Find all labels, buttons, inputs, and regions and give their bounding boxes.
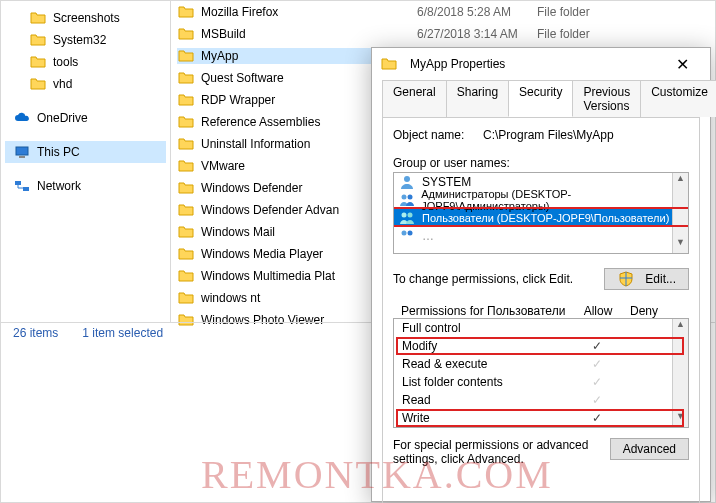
svg-point-7 [402,213,407,218]
file-name: RDP Wrapper [201,93,275,107]
permission-name: List folder contents [402,375,574,389]
folder-icon [177,180,195,196]
file-row[interactable]: MSBuild6/27/2018 3:14 AMFile folder [171,23,715,45]
permissions-listbox[interactable]: ▲▼ Full controlModify✓Read & execute✓Lis… [393,318,689,428]
sidebar-item-label: Screenshots [53,11,120,25]
dialog-titlebar[interactable]: MyApp Properties ✕ [372,48,710,80]
permission-row: Modify✓ [394,337,688,355]
file-name: Mozilla Firefox [201,5,278,19]
edit-button[interactable]: Edit... [604,268,689,290]
change-permissions-hint: To change permissions, click Edit. [393,272,604,286]
properties-dialog: MyApp Properties ✕ General Sharing Secur… [371,47,711,502]
folder-icon [177,246,195,262]
folder-icon [177,268,195,284]
file-date: 6/8/2018 5:28 AM [417,5,537,19]
file-type: File folder [537,27,637,41]
sidebar-item-label: This PC [37,145,80,159]
folder-icon [177,92,195,108]
sidebar-item-tools[interactable]: tools [5,51,166,73]
close-icon[interactable]: ✕ [662,55,702,74]
sidebar-item-system32[interactable]: System32 [5,29,166,51]
user-icon [398,174,416,190]
sidebar-item-screenshots[interactable]: Screenshots [5,7,166,29]
permission-name: Modify [402,339,574,353]
groups-listbox[interactable]: SYSTEM Администраторы (DESKTOP-JOPF9\Адм… [393,172,689,254]
group-label: SYSTEM [422,175,471,189]
folder-icon [380,56,398,72]
sidebar-item-label: tools [53,55,78,69]
permissions-scrollbar[interactable]: ▲▼ [672,319,688,427]
file-name: Windows Multimedia Plat [201,269,335,283]
special-permissions-hint: For special permissions or advanced sett… [393,438,600,466]
file-row[interactable]: Mozilla Firefox6/8/2018 5:28 AMFile fold… [171,1,715,23]
svg-point-8 [408,213,413,218]
folder-icon [177,224,195,240]
sidebar-item-label: OneDrive [37,111,88,125]
file-name: MyApp [201,49,238,63]
dialog-tabs: General Sharing Security Previous Versio… [372,80,710,117]
folder-icon [177,70,195,86]
permissions-label: Permissions for Пользователи [401,304,575,318]
folder-icon [177,48,195,64]
folder-icon [177,136,195,152]
nav-sidebar: Screenshots System32 tools vhd OneDrive … [1,1,171,322]
svg-point-10 [408,231,413,236]
groups-scrollbar[interactable]: ▲▼ [672,173,688,253]
tab-sharing[interactable]: Sharing [446,80,509,117]
users-group-icon [398,228,416,244]
file-name: Windows Media Player [201,247,323,261]
svg-point-9 [402,231,407,236]
svg-point-6 [407,195,412,200]
sidebar-item-label: System32 [53,33,106,47]
group-label: Администраторы (DESKTOP-JOPF9\Администра… [421,188,688,212]
file-name: MSBuild [201,27,246,41]
tab-general[interactable]: General [382,80,447,117]
permissions-col-deny: Deny [621,304,667,318]
permission-row: Read & execute✓ [394,355,688,373]
objectname-value: C:\Program Files\MyApp [483,128,614,142]
groups-label: Group or user names: [393,156,689,170]
folder-icon [177,202,195,218]
dialog-title-text: MyApp Properties [404,57,662,71]
sidebar-item-onedrive[interactable]: OneDrive [5,107,166,129]
group-row-administrators[interactable]: Администраторы (DESKTOP-JOPF9\Администра… [394,191,688,209]
permission-name: Read & execute [402,357,574,371]
advanced-button[interactable]: Advanced [610,438,689,460]
permission-name: Full control [402,321,574,335]
group-row-more[interactable]: … [394,227,688,245]
svg-rect-0 [16,147,28,155]
tab-security-body: Object name: C:\Program Files\MyApp Grou… [382,117,700,503]
sidebar-item-vhd[interactable]: vhd [5,73,166,95]
permission-allow: ✓ [574,375,620,389]
users-group-icon [398,192,415,208]
tab-previous-versions[interactable]: Previous Versions [572,80,641,117]
svg-rect-1 [19,156,25,158]
tab-customize[interactable]: Customize [640,80,716,117]
sidebar-item-label: Network [37,179,81,193]
permission-row: Write✓ [394,409,688,427]
folder-icon [29,32,47,48]
folder-icon [29,54,47,70]
objectname-label: Object name: [393,128,483,142]
status-selection: 1 item selected [82,326,163,340]
group-row-users[interactable]: Пользователи (DESKTOP-JOPF9\Пользователи… [394,209,688,227]
tab-security[interactable]: Security [508,80,573,117]
edit-button-label: Edit... [645,272,676,286]
sidebar-item-network[interactable]: Network [5,175,166,197]
folder-icon [177,26,195,42]
svg-rect-2 [15,181,21,185]
permission-allow: ✓ [574,339,620,353]
group-label: Пользователи (DESKTOP-JOPF9\Пользователи… [422,212,669,224]
sidebar-item-thispc[interactable]: This PC [5,141,166,163]
permission-row: List folder contents✓ [394,373,688,391]
folder-icon [177,4,195,20]
file-name: Windows Defender Advan [201,203,339,217]
cloud-icon [13,110,31,126]
file-date: 6/27/2018 3:14 AM [417,27,537,41]
permission-allow: ✓ [574,393,620,407]
permission-allow: ✓ [574,411,620,425]
group-label: … [422,229,434,243]
file-name: windows nt [201,291,260,305]
folder-icon [177,158,195,174]
sidebar-item-label: vhd [53,77,72,91]
